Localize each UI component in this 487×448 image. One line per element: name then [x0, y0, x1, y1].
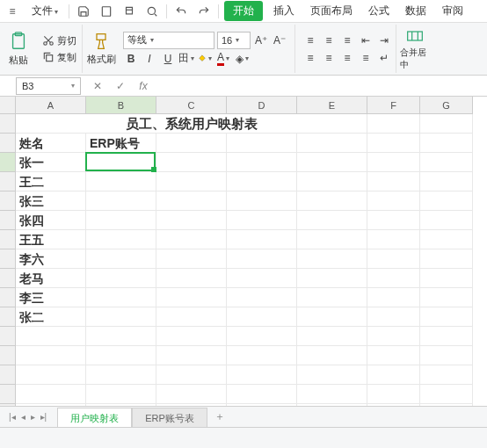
tab-data[interactable]: 数据 — [400, 1, 432, 21]
cell[interactable] — [227, 346, 297, 365]
cell[interactable] — [367, 211, 420, 230]
cell[interactable] — [227, 191, 297, 211]
cell[interactable] — [156, 346, 227, 365]
cell[interactable] — [156, 191, 227, 211]
col-header-F[interactable]: F — [367, 97, 420, 114]
cell[interactable] — [297, 346, 367, 365]
cell[interactable] — [156, 134, 227, 153]
cell[interactable] — [297, 230, 367, 249]
cell[interactable] — [367, 346, 420, 365]
cell[interactable] — [297, 269, 367, 288]
file-menu[interactable]: 文件 — [26, 1, 63, 21]
cell[interactable] — [367, 269, 420, 288]
cell[interactable] — [86, 153, 156, 172]
cell[interactable] — [297, 191, 367, 211]
cell[interactable] — [420, 327, 473, 346]
cell[interactable] — [297, 172, 367, 191]
font-size-combo[interactable]: 16▾ — [217, 32, 251, 49]
menu-icon[interactable]: ≡ — [4, 3, 21, 20]
col-header-C[interactable]: C — [156, 97, 227, 114]
tab-first-icon[interactable]: |◂ — [7, 412, 18, 422]
cell[interactable]: 姓名 — [16, 134, 86, 153]
cell[interactable] — [367, 153, 420, 172]
cell[interactable] — [420, 307, 473, 327]
cell[interactable] — [227, 288, 297, 307]
cell[interactable] — [156, 230, 227, 249]
cell[interactable] — [420, 365, 473, 385]
cell[interactable] — [227, 269, 297, 288]
print-icon[interactable] — [120, 3, 138, 20]
row-header[interactable] — [0, 385, 16, 404]
cell[interactable] — [420, 153, 473, 172]
confirm-icon[interactable]: ✓ — [113, 78, 128, 94]
merge-center-button[interactable]: 合并居中 — [400, 25, 430, 73]
cell[interactable] — [86, 191, 156, 211]
copy-button[interactable]: 复制 — [40, 50, 78, 65]
cell[interactable] — [297, 134, 367, 153]
spreadsheet-grid[interactable]: ABCDEFG 员工、系统用户映射表姓名ERP账号张一王二张三张四王五李六老马李… — [0, 97, 487, 422]
col-header-B[interactable]: B — [86, 97, 156, 114]
cell[interactable] — [420, 134, 473, 153]
tab-insert[interactable]: 插入 — [268, 1, 300, 21]
cell[interactable] — [420, 269, 473, 288]
cell[interactable] — [297, 249, 367, 269]
cut-button[interactable]: 剪切 — [40, 33, 78, 48]
undo-icon[interactable] — [172, 3, 190, 20]
cell[interactable] — [156, 211, 227, 230]
cell[interactable] — [156, 172, 227, 191]
tab-prev-icon[interactable]: ◂ — [19, 412, 27, 422]
cell[interactable] — [297, 385, 367, 404]
row-header[interactable] — [0, 327, 16, 346]
cell[interactable] — [16, 385, 86, 404]
cell[interactable] — [367, 365, 420, 385]
col-header-D[interactable]: D — [227, 97, 297, 114]
underline-icon[interactable]: U — [160, 51, 176, 67]
row-header[interactable] — [0, 307, 16, 327]
cell[interactable]: 李三 — [16, 288, 86, 307]
row-header[interactable] — [0, 191, 16, 211]
row-header[interactable] — [0, 230, 16, 249]
italic-icon[interactable]: I — [142, 51, 157, 67]
cell[interactable] — [16, 365, 86, 385]
tab-formula[interactable]: 公式 — [363, 1, 395, 21]
align-center-icon[interactable]: ≡ — [321, 50, 337, 66]
indent-inc-icon[interactable]: ⇥ — [376, 33, 392, 48]
redo-icon[interactable] — [195, 3, 213, 20]
font-color-icon[interactable]: A — [215, 51, 231, 67]
cell[interactable] — [420, 385, 473, 404]
cell[interactable] — [367, 114, 420, 134]
cell[interactable] — [420, 211, 473, 230]
fx-icon[interactable]: fx — [135, 78, 151, 94]
row-header[interactable] — [0, 211, 16, 230]
cell[interactable] — [156, 269, 227, 288]
cell[interactable]: 张四 — [16, 211, 86, 230]
row-header[interactable] — [0, 134, 16, 153]
decrease-font-icon[interactable]: A⁻ — [272, 33, 287, 48]
indent-dec-icon[interactable]: ⇤ — [358, 33, 374, 48]
cell[interactable] — [86, 172, 156, 191]
cell[interactable]: 老马 — [16, 269, 86, 288]
cell[interactable] — [420, 346, 473, 365]
tab-layout[interactable]: 页面布局 — [305, 1, 358, 21]
row-header[interactable] — [0, 346, 16, 365]
cell[interactable] — [156, 153, 227, 172]
row-header[interactable] — [0, 288, 16, 307]
cell[interactable]: 李六 — [16, 249, 86, 269]
bold-icon[interactable]: B — [123, 51, 139, 67]
row-header[interactable] — [0, 365, 16, 385]
save-icon[interactable] — [75, 3, 92, 20]
cell[interactable] — [297, 211, 367, 230]
name-box[interactable]: B3▾ — [16, 77, 81, 95]
align-right-icon[interactable]: ≡ — [339, 50, 355, 66]
tab-next-icon[interactable]: ▸ — [29, 412, 37, 422]
cell[interactable] — [16, 327, 86, 346]
sheet-tab-other[interactable]: ERP账号表 — [132, 408, 207, 429]
row-header[interactable] — [0, 269, 16, 288]
cell[interactable] — [297, 153, 367, 172]
cell[interactable] — [367, 134, 420, 153]
cell[interactable] — [86, 307, 156, 327]
cell[interactable] — [227, 172, 297, 191]
increase-font-icon[interactable]: A⁺ — [253, 33, 269, 48]
cell[interactable] — [156, 385, 227, 404]
align-left-icon[interactable]: ≡ — [302, 50, 318, 66]
